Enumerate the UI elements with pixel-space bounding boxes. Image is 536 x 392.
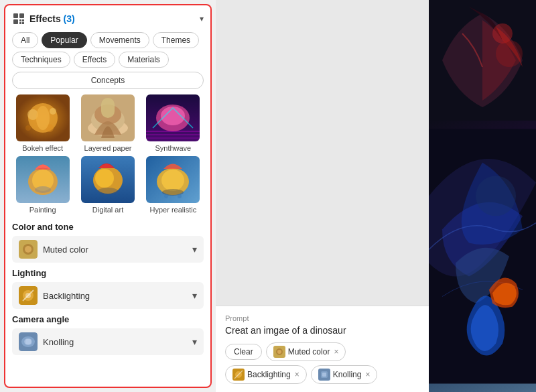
filter-effects[interactable]: Effects bbox=[74, 52, 115, 68]
muted-color-tag-close[interactable]: × bbox=[334, 347, 338, 356]
svg-point-28 bbox=[35, 186, 51, 193]
backlighting-tag-icon bbox=[232, 369, 245, 381]
color-tone-section-label: Color and tone bbox=[12, 222, 204, 232]
camera-icon bbox=[19, 332, 38, 351]
color-tone-dropdown[interactable]: Muted color ▾ bbox=[12, 236, 204, 263]
layered-label: Layered paper bbox=[84, 144, 132, 152]
knolling-tag-icon bbox=[318, 369, 330, 381]
layered-thumb bbox=[81, 94, 135, 141]
color-tone-icon bbox=[19, 240, 38, 259]
camera-section-label: Camera angle bbox=[12, 314, 204, 324]
muted-color-tag-icon bbox=[273, 346, 285, 358]
list-item[interactable]: Bokeh effect bbox=[12, 94, 73, 152]
filter-techniques[interactable]: Techniques bbox=[12, 52, 70, 68]
bokeh-label: Bokeh effect bbox=[22, 144, 63, 152]
filter-materials[interactable]: Materials bbox=[119, 52, 169, 68]
backlighting-tag-label: Backlighting bbox=[247, 370, 291, 379]
camera-chevron: ▾ bbox=[192, 336, 197, 347]
lighting-icon bbox=[19, 286, 38, 305]
list-item[interactable]: Digital art bbox=[77, 156, 138, 214]
svg-point-37 bbox=[164, 194, 168, 198]
filter-popular[interactable]: Popular bbox=[42, 32, 86, 48]
grid-icon bbox=[12, 12, 25, 25]
svg-rect-2 bbox=[13, 19, 18, 24]
svg-rect-48 bbox=[25, 339, 31, 344]
effects-panel: Effects (3) ▾ All Popular Movements Them… bbox=[4, 4, 212, 388]
svg-rect-6 bbox=[22, 22, 24, 24]
list-item[interactable]: Synthwave bbox=[143, 94, 204, 152]
svg-point-41 bbox=[25, 246, 31, 253]
right-image-top bbox=[429, 0, 536, 121]
svg-rect-56 bbox=[322, 373, 326, 377]
knolling-tag-close[interactable]: × bbox=[365, 370, 370, 379]
filter-concepts[interactable]: Concepts bbox=[12, 72, 204, 89]
prompt-label: Prompt bbox=[225, 314, 419, 322]
panel-title: Effects (3) bbox=[29, 13, 75, 24]
color-tone-value: Muted color bbox=[43, 245, 187, 255]
bokeh-thumb bbox=[16, 94, 70, 141]
muted-color-tag[interactable]: Muted color × bbox=[266, 342, 346, 361]
knolling-tag[interactable]: Knolling × bbox=[311, 365, 378, 384]
lighting-section-label: Lighting bbox=[12, 268, 204, 278]
effects-image-grid: Bokeh effect Layered paper bbox=[12, 94, 204, 214]
painting-label: Painting bbox=[29, 206, 56, 214]
backlighting-tag[interactable]: Backlighting × bbox=[225, 365, 307, 384]
filter-movements[interactable]: Movements bbox=[90, 32, 149, 48]
svg-point-51 bbox=[277, 350, 281, 354]
main-content: Prompt Creat an imgae of a dinosaur Clea… bbox=[216, 0, 429, 392]
svg-rect-0 bbox=[13, 13, 18, 18]
digital-label: Digital art bbox=[92, 206, 123, 214]
svg-point-61 bbox=[476, 176, 516, 216]
svg-point-35 bbox=[161, 170, 184, 191]
camera-value: Knolling bbox=[43, 337, 187, 347]
svg-point-31 bbox=[95, 169, 114, 188]
lighting-chevron: ▾ bbox=[192, 290, 197, 301]
svg-point-10 bbox=[50, 108, 56, 115]
color-tone-chevron: ▾ bbox=[192, 244, 197, 255]
svg-rect-5 bbox=[19, 22, 21, 24]
knolling-tag-label: Knolling bbox=[333, 370, 362, 379]
svg-point-44 bbox=[25, 293, 31, 298]
list-item[interactable]: Layered paper bbox=[77, 94, 138, 152]
panel-header-left: Effects (3) bbox=[12, 12, 75, 25]
filter-buttons: All Popular Movements Themes Techniques … bbox=[12, 32, 204, 68]
clear-button[interactable]: Clear bbox=[225, 344, 262, 360]
painting-thumb bbox=[16, 156, 70, 203]
prompt-tags: Clear Muted color × bbox=[225, 342, 419, 384]
svg-point-59 bbox=[496, 40, 523, 67]
svg-rect-4 bbox=[22, 19, 24, 21]
synthwave-label: Synthwave bbox=[155, 144, 191, 152]
right-image-bottom bbox=[429, 121, 536, 392]
panel-collapse-icon[interactable]: ▾ bbox=[200, 14, 204, 23]
svg-rect-1 bbox=[19, 13, 24, 18]
prompt-text[interactable]: Creat an imgae of a dinosaur bbox=[225, 325, 419, 336]
svg-point-38 bbox=[178, 194, 182, 198]
list-item[interactable]: Hyper realistic bbox=[143, 156, 204, 214]
svg-point-13 bbox=[36, 106, 50, 130]
panel-header: Effects (3) ▾ bbox=[12, 12, 204, 25]
hyper-label: Hyper realistic bbox=[149, 206, 196, 214]
svg-rect-3 bbox=[19, 19, 21, 21]
list-item[interactable]: Painting bbox=[12, 156, 73, 214]
effects-count: (3) bbox=[64, 13, 75, 24]
svg-point-12 bbox=[25, 125, 31, 131]
lighting-dropdown[interactable]: Backlighting ▾ bbox=[12, 282, 204, 309]
muted-color-tag-label: Muted color bbox=[288, 347, 330, 356]
digital-thumb bbox=[81, 156, 135, 203]
hyper-thumb bbox=[146, 156, 200, 203]
camera-dropdown[interactable]: Knolling ▾ bbox=[12, 328, 204, 355]
synthwave-thumb bbox=[146, 94, 200, 141]
filter-all[interactable]: All bbox=[12, 32, 38, 48]
backlighting-tag-close[interactable]: × bbox=[295, 370, 299, 379]
lighting-value: Backlighting bbox=[43, 291, 187, 301]
svg-rect-18 bbox=[101, 98, 115, 118]
right-panel bbox=[429, 0, 536, 392]
svg-point-32 bbox=[98, 188, 118, 194]
filter-themes[interactable]: Themes bbox=[153, 32, 199, 48]
prompt-area: Prompt Creat an imgae of a dinosaur Clea… bbox=[216, 306, 429, 392]
